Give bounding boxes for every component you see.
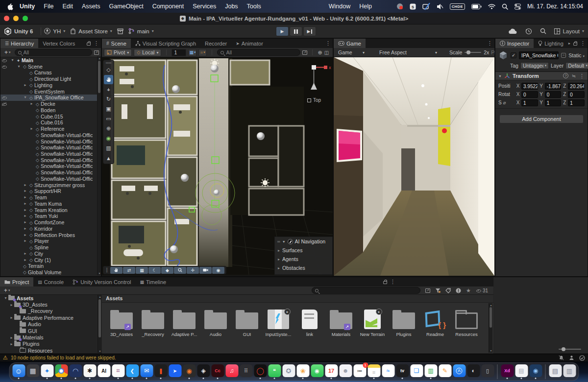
battery-icon[interactable]	[471, 4, 482, 9]
expand-arrow-icon[interactable]: ▸	[29, 126, 34, 132]
handle-orientation-dropdown[interactable]: ◇Local▾	[134, 49, 161, 56]
hierarchy-row[interactable]: ▸ Team Kuma	[0, 201, 97, 207]
progress-check-icon[interactable]	[579, 355, 585, 361]
input-source-badge[interactable]: CHDE	[450, 3, 465, 10]
control-center-icon[interactable]	[514, 3, 521, 10]
overlay-drag-handle[interactable]: ═	[277, 239, 280, 244]
grid-path-header[interactable]: Assets	[102, 295, 493, 303]
pause-button[interactable]	[290, 26, 302, 36]
dock-app[interactable]: ♫	[225, 364, 239, 379]
static-dropdown[interactable]: Static ▾	[568, 52, 585, 58]
dock-app[interactable]: ◉	[183, 364, 196, 379]
version-control-branch-dropdown[interactable]: main▾	[128, 28, 154, 34]
asset-item[interactable]: link	[294, 308, 325, 337]
more-tabs-arrow-icon[interactable]: ▸	[568, 41, 570, 46]
scale-tool[interactable]: ▣	[104, 104, 113, 114]
tab-game[interactable]: Game	[334, 39, 366, 48]
dock-app[interactable]: ✎	[439, 364, 452, 379]
dock-app[interactable]: ≈	[382, 364, 395, 379]
expand-arrow-icon[interactable]: ▾	[3, 296, 8, 300]
dock-app[interactable]	[545, 364, 546, 379]
expand-arrow-icon[interactable]: ▸	[23, 219, 28, 226]
hierarchy-row[interactable]: Canvas	[0, 70, 97, 76]
panel-menu-icon[interactable]: ⋮	[487, 40, 492, 47]
hierarchy-row[interactable]: Boden	[0, 107, 97, 114]
tab-inspector[interactable]: Inspector	[495, 39, 534, 48]
project-tree-row[interactable]: GUI	[0, 328, 101, 334]
panel-menu-icon[interactable]: ⋮	[94, 40, 99, 47]
asset-item[interactable]: ▸ InputSyste...	[263, 308, 294, 337]
dock-app[interactable]: ☻	[339, 364, 352, 379]
dock-app[interactable]: ▥	[424, 364, 438, 379]
screen-record-icon[interactable]	[396, 3, 403, 10]
grid-snapping-button[interactable]: ▦▾	[188, 49, 196, 56]
hand-tool[interactable]	[104, 75, 113, 84]
dock-app[interactable]	[497, 364, 498, 379]
menu-assets[interactable]: Assets	[77, 3, 105, 10]
dock-app[interactable]: tv	[396, 364, 409, 379]
panel-menu-icon[interactable]: ⋮	[390, 279, 395, 285]
scene-visibility-icon[interactable]: ◆	[161, 267, 173, 274]
pivot-dropdown[interactable]: Pivot▾	[104, 49, 132, 56]
dock-app[interactable]: ▦	[26, 364, 40, 379]
grid-size-field[interactable]: 1	[172, 49, 186, 56]
compass-icon[interactable]: ◉	[212, 267, 224, 274]
dock-app[interactable]: ➤	[169, 364, 182, 379]
layer-dropdown[interactable]: Default▾	[565, 62, 588, 69]
scene-lighting-icon[interactable]: ☾	[148, 267, 161, 274]
gameobject-name-field[interactable]: IPA_Snowflake C	[519, 51, 559, 59]
menu-jobs[interactable]: Jobs	[220, 3, 242, 10]
spotlight-search-icon[interactable]	[502, 3, 508, 10]
rotate-tool[interactable]: ↻	[104, 95, 113, 104]
scene-search-input[interactable]: All	[217, 49, 300, 56]
overlay-drag-handle[interactable]: ══	[106, 61, 111, 65]
dock-app[interactable]: Cc	[211, 364, 224, 379]
panel-menu-icon[interactable]: ⋮	[580, 40, 586, 47]
hierarchy-row[interactable]: Snowflake-Virtual-Offic	[0, 157, 97, 164]
dock-app[interactable]: ❚	[154, 364, 168, 379]
tab-vertex-colors[interactable]: Vertex Colors	[38, 39, 79, 48]
expand-arrow-icon[interactable]: ▸	[23, 238, 28, 244]
layout-dropdown[interactable]: Layout▾	[554, 28, 584, 34]
dock-app[interactable]: ▥	[563, 364, 576, 379]
tab-animator[interactable]: ➤Animator	[231, 39, 268, 48]
static-mixed-icon[interactable]: −	[561, 53, 566, 58]
menu-file[interactable]: File	[39, 3, 58, 10]
expand-arrow-icon[interactable]: ▸	[23, 251, 28, 257]
wifi-icon[interactable]	[488, 4, 495, 9]
asset-item[interactable]: 3D_Asstes	[106, 308, 137, 337]
asset-item[interactable]: ▸ New Terrain	[357, 308, 388, 337]
hierarchy-scrollbar[interactable]: ▲ ▼	[97, 56, 101, 275]
position-z-field[interactable]: 20.264	[568, 83, 585, 90]
ai-nav-item[interactable]: Agents	[275, 255, 332, 263]
hierarchy-row[interactable]: ▸ City (1)	[0, 257, 97, 263]
hierarchy-row[interactable]: ▾ Scene	[0, 64, 97, 70]
tab-lighting[interactable]: Lighting	[534, 39, 568, 48]
hierarchy-row[interactable]: ▸ ComfortZone	[0, 219, 97, 226]
help-icon[interactable]: ?	[563, 73, 568, 78]
tab-recorder[interactable]: Recorder	[200, 39, 231, 48]
lock-icon[interactable]	[87, 43, 91, 46]
scale-x-field[interactable]: 1	[521, 99, 538, 106]
tab-hierarchy[interactable]: ☰Hierarchy	[0, 39, 38, 48]
dock-app[interactable]: 17	[325, 364, 338, 379]
expand-arrow-icon[interactable]: ▸	[23, 201, 28, 207]
custom-tool[interactable]: ◉	[104, 134, 113, 143]
asset-store-dropdown[interactable]: Asset Store▾	[70, 28, 112, 34]
scene-orientation-gizmo[interactable]: x Top	[305, 59, 332, 108]
expand-arrow-icon[interactable]: ▸	[29, 101, 34, 107]
ai-nav-item[interactable]: Obstacles	[275, 263, 332, 272]
gizmo-move-icon[interactable]: ✛	[187, 267, 199, 274]
hierarchy-row[interactable]: Snowflake-Virtual-Offic	[0, 144, 97, 151]
dock-app[interactable]: A	[453, 364, 466, 379]
hierarchy-row[interactable]: ▸ Lighting	[0, 82, 97, 89]
dock-app[interactable]: ❮	[126, 364, 139, 379]
expand-arrow-icon[interactable]: ▸	[23, 194, 28, 201]
collapse-arrow-icon[interactable]: ▼	[282, 240, 286, 243]
search-by-label-icon[interactable]	[445, 288, 451, 293]
package-manager-button[interactable]	[117, 28, 123, 34]
menu-help[interactable]: Help	[355, 3, 376, 10]
project-tree-row[interactable]: ▸ 3D_Asstes	[0, 301, 101, 308]
project-tree-row[interactable]: ▸ Adaptive Performance	[0, 314, 101, 321]
component-menu-icon[interactable]: ⋮	[579, 73, 585, 79]
